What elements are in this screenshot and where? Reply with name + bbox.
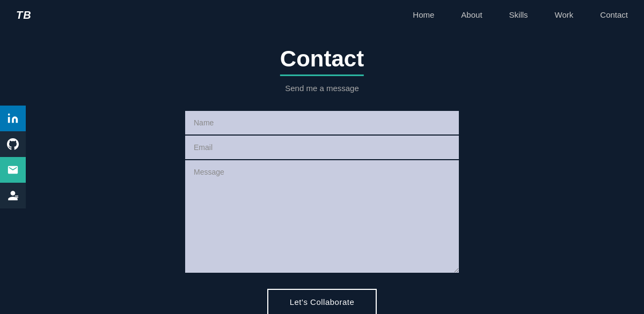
contact-subtitle: Send me a message <box>280 84 364 93</box>
name-input[interactable] <box>185 111 459 136</box>
submit-button[interactable]: Let's Collaborate <box>267 289 377 314</box>
message-input[interactable] <box>185 160 459 273</box>
email-input[interactable] <box>185 136 459 160</box>
email-button[interactable] <box>0 157 26 183</box>
svg-point-1 <box>8 114 10 116</box>
logo[interactable]: TB <box>16 9 32 21</box>
resume-icon <box>7 190 19 201</box>
svg-rect-3 <box>15 197 18 198</box>
github-icon <box>7 138 19 150</box>
nav-skills[interactable]: Skills <box>509 10 528 19</box>
linkedin-button[interactable] <box>0 106 26 131</box>
social-sidebar <box>0 106 26 208</box>
github-button[interactable] <box>0 131 26 157</box>
nav-links: Home About Skills Work Contact <box>413 10 628 20</box>
svg-rect-4 <box>15 199 18 199</box>
contact-title: Contact <box>280 46 364 76</box>
contact-header: Contact Send me a message <box>280 46 364 106</box>
linkedin-icon <box>7 113 19 124</box>
form-section: Let's Collaborate <box>185 111 459 314</box>
svg-rect-0 <box>8 117 10 123</box>
navbar: TB Home About Skills Work Contact <box>0 0 644 30</box>
svg-rect-2 <box>15 196 18 196</box>
email-icon <box>7 164 19 176</box>
contact-form: Let's Collaborate <box>185 111 459 314</box>
nav-home[interactable]: Home <box>413 10 434 19</box>
main-content: Contact Send me a message Let's Collabor… <box>0 0 644 314</box>
resume-button[interactable] <box>0 183 26 208</box>
nav-about[interactable]: About <box>461 10 482 19</box>
nav-contact[interactable]: Contact <box>600 10 628 19</box>
nav-work[interactable]: Work <box>555 10 574 19</box>
